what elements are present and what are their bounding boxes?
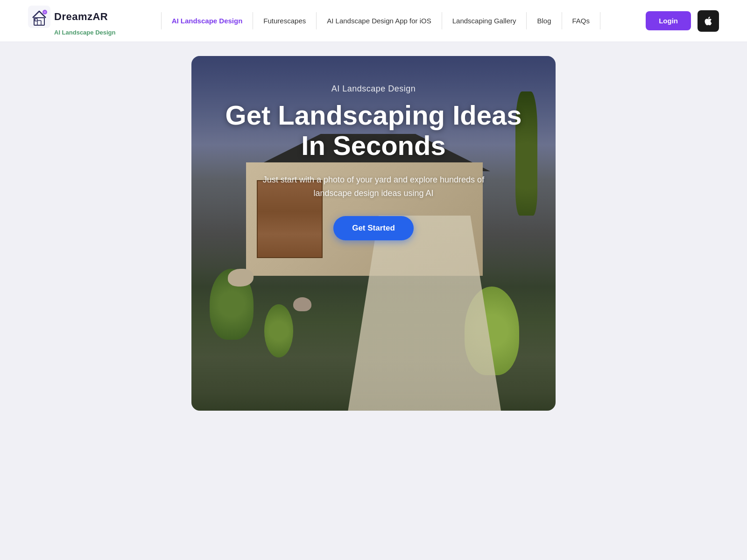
logo-icon (28, 6, 50, 28)
header: DreamzAR AI Landscape Design AI Landscap… (0, 0, 747, 42)
header-actions: Login (646, 10, 719, 32)
shrub-2 (264, 304, 293, 357)
logo-area: DreamzAR AI Landscape Design (28, 6, 115, 36)
hero-content: AI Landscape Design Get Landscaping Idea… (191, 56, 556, 268)
nav-item-faqs[interactable]: FAQs (562, 12, 601, 29)
rock-1 (293, 297, 311, 311)
apple-icon (703, 16, 713, 26)
get-started-button[interactable]: Get Started (333, 216, 414, 240)
hero-eyebrow: AI Landscape Design (210, 84, 537, 94)
nav-item-ios-app[interactable]: AI Landscape Design App for iOS (317, 12, 442, 29)
svg-rect-0 (28, 6, 50, 28)
login-button[interactable]: Login (646, 11, 691, 30)
apple-app-store-button[interactable] (698, 10, 719, 32)
rock-2 (228, 269, 254, 287)
hero-subtitle: Just start with a photo of your yard and… (257, 173, 490, 200)
svg-point-5 (44, 11, 46, 14)
nav-item-blog[interactable]: Blog (527, 12, 562, 29)
nav-item-ai-landscape-design[interactable]: AI Landscape Design (161, 12, 254, 29)
hero-container: AI Landscape Design Get Landscaping Idea… (0, 42, 747, 439)
logo-top: DreamzAR (28, 6, 108, 28)
hero-title: Get Landscaping Ideas In Seconds (210, 100, 537, 161)
nav-item-gallery[interactable]: Landscaping Gallery (442, 12, 527, 29)
nav-item-futurescapes[interactable]: Futurescapes (253, 12, 317, 29)
hero-section: AI Landscape Design Get Landscaping Idea… (191, 56, 556, 411)
main-nav: AI Landscape Design Futurescapes AI Land… (161, 12, 600, 29)
brand-tagline: AI Landscape Design (54, 29, 115, 36)
brand-name: DreamzAR (54, 11, 108, 23)
